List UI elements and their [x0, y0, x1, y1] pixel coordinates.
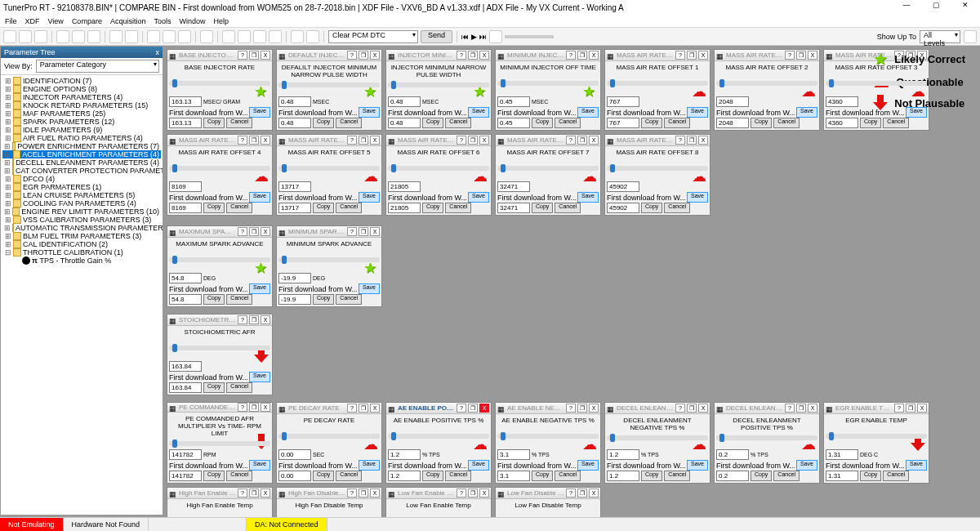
value-slider[interactable]	[607, 81, 708, 86]
cancel-button[interactable]: Cancel	[226, 471, 252, 481]
value-slider[interactable]	[169, 257, 270, 262]
value-slider[interactable]	[826, 81, 927, 86]
panel-restore-button[interactable]: ❐	[796, 51, 806, 60]
panel-close-button[interactable]: X	[479, 404, 489, 413]
panel-header[interactable]: ▦Low Fan Enable Temp?❐X	[386, 488, 491, 499]
panel-restore-button[interactable]: ❐	[577, 51, 587, 60]
tool-open-icon[interactable]	[19, 30, 32, 43]
tree-item[interactable]: ⊞MAF PARAMETERS (25)	[2, 109, 161, 118]
panel-header[interactable]: ▦High Fan Disable Temp?❐X	[277, 488, 381, 499]
tool-flag-icon[interactable]	[163, 30, 176, 43]
tool-copy-icon[interactable]	[72, 30, 85, 43]
copy-button[interactable]: Copy	[532, 203, 553, 213]
panel-help-button[interactable]: ?	[785, 51, 795, 60]
panel-header[interactable]: ▦High Fan Enable Temp?❐X	[167, 488, 272, 499]
panel-help-button[interactable]: ?	[238, 489, 247, 498]
compare-input[interactable]	[826, 118, 858, 128]
menu-help[interactable]: Help	[213, 17, 229, 25]
tree-item[interactable]: ⊞DECELL ENLEANMENT PARAMETERS (4)	[2, 158, 161, 167]
value-slider[interactable]	[607, 166, 708, 171]
value-input[interactable]	[388, 449, 421, 460]
panel-header[interactable]: ▦DECEL ENLEANMENT P...?❐X	[715, 403, 819, 414]
cancel-button[interactable]: Cancel	[445, 471, 471, 481]
close-button[interactable]: ✕	[954, 1, 977, 14]
value-slider[interactable]	[716, 81, 817, 86]
cancel-button[interactable]: Cancel	[336, 471, 362, 481]
cancel-button[interactable]: Cancel	[336, 294, 362, 305]
panel-header[interactable]: ▦MASS AIR RATE OFFSET 5?❐X	[277, 135, 381, 146]
panel-close-button[interactable]: X	[261, 51, 270, 60]
value-slider[interactable]	[278, 166, 380, 171]
panel-close-button[interactable]: X	[261, 403, 270, 412]
value-input[interactable]	[497, 96, 530, 107]
copy-button[interactable]: Copy	[422, 203, 443, 213]
compare-input[interactable]	[497, 203, 530, 213]
compare-input[interactable]	[169, 294, 202, 305]
tool-save-icon[interactable]	[34, 30, 47, 43]
tree-item[interactable]: ⊞AIR FUEL RATIO PARAMETERS (4)	[2, 134, 161, 142]
value-input[interactable]	[826, 449, 858, 460]
panel-restore-button[interactable]: ❐	[249, 315, 259, 324]
cancel-button[interactable]: Cancel	[226, 118, 252, 128]
panel-restore-button[interactable]: ❐	[249, 403, 259, 412]
compare-input[interactable]	[278, 203, 311, 213]
panel-header[interactable]: ▦DECEL ENLEANMENT N...?❐X	[605, 403, 710, 414]
value-input[interactable]	[169, 96, 202, 107]
loop-icon[interactable]	[489, 30, 502, 43]
panel-header[interactable]: ▦AE ENABLE NEGATIVE T...?❐X	[496, 403, 600, 414]
tree-item[interactable]: ⊞DFCO (4)	[2, 175, 161, 183]
value-input[interactable]	[278, 449, 311, 460]
value-slider[interactable]	[388, 166, 489, 171]
tool-upload-icon[interactable]	[238, 30, 251, 43]
cancel-button[interactable]: Cancel	[555, 203, 581, 213]
panel-help-button[interactable]: ?	[785, 404, 795, 413]
save-button[interactable]: Save	[906, 460, 927, 471]
send-button[interactable]: Send	[421, 30, 452, 43]
panel-header[interactable]: ▦MASS AIR RATE OFFSET 2?❐X	[715, 50, 819, 61]
compare-input[interactable]	[716, 471, 749, 481]
compare-input[interactable]	[497, 118, 530, 128]
panel-close-button[interactable]: X	[589, 51, 599, 60]
cancel-button[interactable]: Cancel	[664, 203, 690, 213]
tree-item[interactable]: ⊞KNOCK RETARD PARAMETERS (15)	[2, 101, 161, 109]
tree-item[interactable]: ⊞EGR PARMATERES (1)	[2, 183, 161, 191]
panel-close-button[interactable]: X	[698, 51, 708, 60]
tree-item[interactable]: ⊞INJECTOR PARAMETERS (4)	[2, 93, 161, 101]
save-button[interactable]: Save	[249, 192, 270, 203]
panel-restore-button[interactable]: ❐	[796, 404, 806, 413]
maximize-button[interactable]: ▢	[924, 1, 947, 14]
copy-button[interactable]: Copy	[422, 118, 443, 128]
panel-help-button[interactable]: ?	[347, 489, 357, 498]
panel-restore-button[interactable]: ❐	[359, 404, 368, 413]
save-button[interactable]: Save	[468, 107, 489, 118]
menu-tools[interactable]: Tools	[154, 17, 171, 25]
tool-undo-icon[interactable]	[109, 30, 122, 43]
value-input[interactable]	[169, 361, 202, 372]
value-slider[interactable]	[278, 83, 380, 87]
panel-close-button[interactable]: X	[261, 136, 270, 145]
value-input[interactable]	[497, 449, 530, 460]
tree-item[interactable]: ⊞POWER ENRICHMENT PARAMETERS (7)	[2, 142, 161, 150]
cancel-button[interactable]: Cancel	[773, 471, 800, 481]
panel-close-button[interactable]: X	[479, 489, 489, 498]
value-slider[interactable]	[388, 83, 489, 87]
tree-item[interactable]: ⊞SPARK PARAMETERS (12)	[2, 118, 161, 126]
panel-header[interactable]: ▦MAXIMUM SPARK ADV...?❐X	[167, 226, 272, 238]
panel-header[interactable]: ▦PE COMMANDED AFR ...?❐X	[167, 403, 272, 413]
panel-close-button[interactable]: X	[589, 404, 599, 413]
copy-button[interactable]: Copy	[641, 471, 662, 481]
cancel-button[interactable]: Cancel	[445, 118, 471, 128]
playback-slider[interactable]	[505, 35, 554, 38]
value-input[interactable]	[278, 96, 311, 107]
compare-input[interactable]	[169, 118, 202, 128]
panel-header[interactable]: ▦BASE INJECTOR RATE?❐X	[167, 50, 272, 61]
panel-header[interactable]: ▦AE ENABLE POSITIVE TP...?❐X	[386, 403, 491, 414]
value-input[interactable]	[497, 181, 530, 192]
panel-header[interactable]: ▦EGR ENABLE TEMP?❐X	[824, 403, 929, 414]
panel-close-button[interactable]: X	[698, 136, 708, 145]
value-input[interactable]	[826, 96, 858, 107]
compare-input[interactable]	[169, 471, 202, 481]
tree-item[interactable]: ⊞CAT CONVERTER PROTECTION PARAMETERS (1)	[2, 167, 161, 175]
tool-cut-icon[interactable]	[56, 30, 69, 43]
save-button[interactable]: Save	[249, 107, 270, 118]
